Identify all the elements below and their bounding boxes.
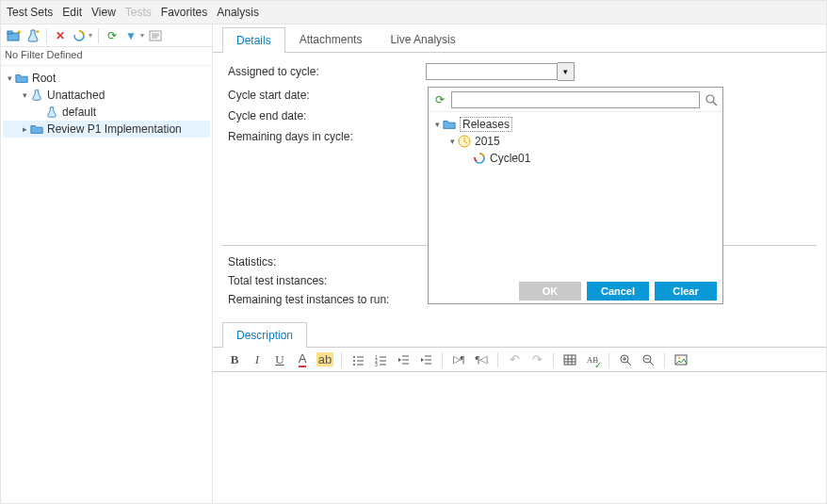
- twisty-icon[interactable]: ▾: [432, 120, 442, 129]
- svg-point-39: [678, 357, 680, 359]
- new-folder-icon[interactable]: ✦: [7, 28, 22, 43]
- tree-label: Unattached: [47, 89, 105, 102]
- test-set-tree: ▾ Root ▾ Unattached ▸ default ▸ Review P…: [1, 66, 212, 503]
- twisty-icon[interactable]: ▾: [447, 137, 457, 146]
- flask-icon: [44, 105, 59, 120]
- italic-icon[interactable]: I: [249, 351, 266, 368]
- tree-node-releases[interactable]: ▾ Releases: [430, 116, 721, 133]
- refresh-icon[interactable]: ⟳: [432, 92, 447, 107]
- tree-node-root[interactable]: ▾ Root: [3, 70, 210, 87]
- release-tree: ▾ Releases ▾ 2015 ▸ Cycle01: [429, 112, 722, 279]
- insert-image-icon[interactable]: [673, 351, 689, 368]
- tab-details[interactable]: Details: [222, 27, 285, 53]
- left-panel: ✦ ✦ ✕ ▾ ⟳ ▼▾ No Filter Defined ▾ Root ▾ …: [1, 24, 213, 503]
- assigned-cycle-dropdown-button[interactable]: ▾: [558, 62, 575, 81]
- menu-bar: Test Sets Edit View Tests Favorites Anal…: [1, 1, 826, 24]
- svg-text:✦: ✦: [35, 28, 41, 35]
- folder-icon: [29, 122, 44, 137]
- filter-status: No Filter Defined: [1, 47, 212, 66]
- zoom-in-icon[interactable]: [617, 351, 634, 368]
- spellcheck-icon[interactable]: AB✓: [584, 351, 601, 368]
- menu-favorites[interactable]: Favorites: [161, 6, 207, 19]
- twisty-icon[interactable]: ▸: [20, 124, 29, 134]
- table-icon[interactable]: [561, 351, 578, 368]
- menu-view[interactable]: View: [91, 6, 116, 19]
- svg-point-10: [353, 360, 355, 362]
- cycle-icon[interactable]: [72, 28, 87, 43]
- menu-test-sets[interactable]: Test Sets: [7, 6, 53, 19]
- indent-icon[interactable]: [417, 351, 434, 368]
- rich-text-toolbar: B I U A ab 123 ▷¶ ¶◁ ↶ ↷: [213, 348, 826, 372]
- menu-tests: Tests: [125, 6, 152, 19]
- release-icon: [457, 134, 472, 149]
- svg-text:✦: ✦: [16, 28, 22, 37]
- undo-icon[interactable]: ↶: [506, 351, 523, 368]
- tree-label: Root: [32, 72, 56, 85]
- new-flask-icon[interactable]: ✦: [25, 28, 41, 43]
- rtl-icon[interactable]: ¶◁: [473, 351, 490, 368]
- svg-line-36: [650, 362, 654, 366]
- svg-rect-26: [564, 355, 576, 365]
- svg-text:3: 3: [375, 362, 378, 366]
- cycle-icon: [472, 151, 487, 166]
- cancel-button[interactable]: Cancel: [587, 282, 649, 301]
- folder-open-icon: [442, 117, 457, 132]
- ltr-icon[interactable]: ▷¶: [450, 351, 467, 368]
- tree-node-cycle01[interactable]: ▸ Cycle01: [430, 150, 721, 167]
- underline-icon[interactable]: U: [271, 351, 288, 368]
- clear-button[interactable]: Clear: [655, 282, 717, 301]
- left-toolbar: ✦ ✦ ✕ ▾ ⟳ ▼▾: [1, 24, 212, 47]
- bold-icon[interactable]: B: [226, 351, 243, 368]
- tab-description[interactable]: Description: [222, 322, 307, 348]
- detail-tabs: Details Attachments Live Analysis: [213, 24, 826, 53]
- numbered-list-icon[interactable]: 123: [372, 351, 389, 368]
- label-cycle-start: Cycle start date:: [228, 89, 426, 102]
- tab-live-analysis[interactable]: Live Analysis: [376, 26, 469, 52]
- release-search-input[interactable]: [451, 91, 700, 108]
- svg-point-40: [706, 95, 714, 103]
- svg-line-41: [713, 102, 717, 106]
- tree-label: Releases: [460, 117, 512, 132]
- tree-node-default[interactable]: ▸ default: [3, 104, 210, 121]
- flask-icon: [29, 88, 44, 103]
- zoom-out-icon[interactable]: [640, 351, 657, 368]
- assigned-cycle-input[interactable]: [426, 63, 558, 80]
- menu-edit[interactable]: Edit: [62, 6, 82, 19]
- tree-label: Cycle01: [490, 152, 530, 165]
- details-pane-icon[interactable]: [148, 28, 163, 43]
- svg-point-12: [353, 364, 355, 366]
- bullet-list-icon[interactable]: [349, 351, 366, 368]
- delete-icon[interactable]: ✕: [53, 28, 68, 43]
- label-assigned-cycle: Assigned to cycle:: [228, 65, 426, 78]
- tree-label: Review P1 Implementation: [47, 122, 182, 136]
- twisty-icon[interactable]: ▾: [20, 90, 29, 100]
- release-picker-popup: ⟳ ▾ Releases ▾ 2015 ▸ Cycle01 OK Cancel …: [428, 87, 723, 304]
- highlight-icon[interactable]: ab: [316, 351, 333, 368]
- tree-node-unattached[interactable]: ▾ Unattached: [3, 87, 210, 104]
- outdent-icon[interactable]: [395, 351, 412, 368]
- tree-label: default: [62, 106, 96, 119]
- font-color-icon[interactable]: A: [294, 351, 311, 368]
- svg-point-8: [353, 356, 355, 358]
- description-tabs: Description: [213, 321, 826, 348]
- label-cycle-end: Cycle end date:: [228, 109, 426, 122]
- tree-node-2015[interactable]: ▾ 2015: [430, 133, 721, 150]
- svg-rect-1: [8, 31, 12, 34]
- search-icon[interactable]: [704, 92, 719, 107]
- label-remaining-days: Remaining days in cycle:: [228, 130, 426, 143]
- menu-analysis[interactable]: Analysis: [217, 6, 259, 19]
- svg-line-32: [627, 362, 631, 366]
- refresh-icon[interactable]: ⟳: [105, 28, 120, 43]
- folder-open-icon: [14, 71, 29, 86]
- tree-label: 2015: [475, 135, 500, 148]
- ok-button: OK: [519, 282, 581, 301]
- filter-icon[interactable]: ▼: [123, 28, 138, 43]
- tree-node-review-p1[interactable]: ▸ Review P1 Implementation: [3, 121, 210, 138]
- twisty-icon[interactable]: ▾: [5, 73, 14, 83]
- tab-attachments[interactable]: Attachments: [285, 26, 377, 52]
- redo-icon[interactable]: ↷: [528, 351, 545, 368]
